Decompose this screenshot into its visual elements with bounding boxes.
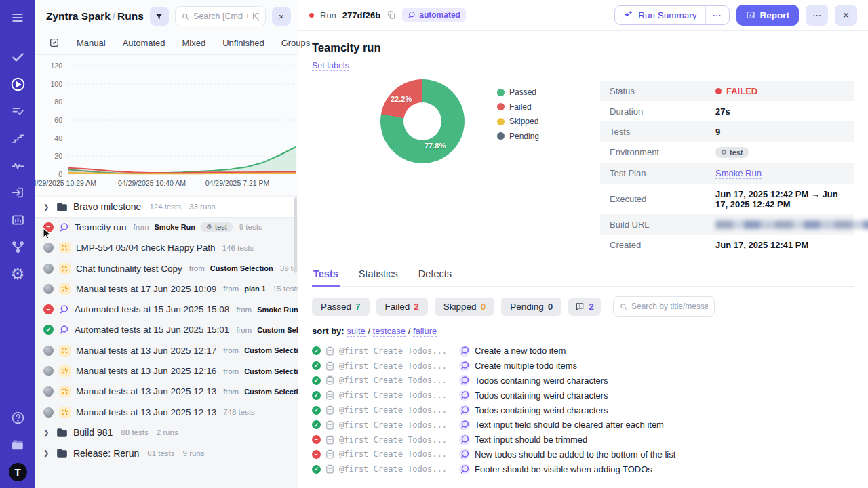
automated-icon — [59, 304, 69, 314]
reports-icon[interactable] — [9, 211, 26, 228]
clipboard-icon — [326, 420, 334, 430]
donut-failed-label: 22.2% — [391, 95, 412, 103]
group-tests-count: 124 tests — [149, 203, 181, 211]
test-row[interactable]: ✓@first Create Todos...Create multiple t… — [312, 359, 854, 373]
status-passed-icon: ✓ — [43, 325, 54, 335]
test-row[interactable]: ✓@first Create Todos...Todos containing … — [312, 388, 854, 403]
test-row[interactable]: −@first Create Todos...Text input should… — [312, 432, 854, 447]
menu-icon[interactable] — [9, 9, 26, 26]
tab-defects[interactable]: Defects — [417, 268, 453, 286]
tab-unfinished[interactable]: Unfinished — [222, 38, 264, 48]
field-label: Duration — [610, 106, 715, 117]
run-row[interactable]: Manual tests at 17 Jun 2025 10:09frompla… — [35, 279, 298, 299]
runs-icon[interactable] — [9, 75, 26, 93]
branches-icon[interactable] — [9, 238, 26, 256]
tab-tests[interactable]: Tests — [312, 268, 340, 287]
run-row[interactable]: Manual tests at 13 Jun 2025 12:13748 tes… — [35, 402, 298, 422]
group-tests-count: 61 tests — [147, 449, 174, 458]
run-group-row[interactable]: ❯Build 98188 tests2 runs — [35, 422, 298, 443]
panel-close-button[interactable]: × — [272, 7, 291, 26]
status-passed-icon: ✓ — [312, 465, 321, 474]
run-summary-more-button[interactable]: ⋯ — [705, 6, 729, 24]
tests-search[interactable] — [613, 296, 715, 317]
folder-icon — [56, 448, 68, 458]
run-row[interactable]: Manual tests at 13 Jun 2025 12:17fromCus… — [35, 340, 298, 361]
run-row[interactable]: −Teamcity runfromSmoke Run⚙test9 tests — [35, 217, 298, 237]
report-button[interactable]: Report — [736, 5, 800, 26]
scrollbar-thumb[interactable] — [294, 197, 297, 273]
sparkles-icon — [623, 10, 633, 20]
chip-failed[interactable]: Failed2 — [376, 298, 428, 316]
run-group-row[interactable]: ❯Release: Rerun61 tests9 runs — [35, 443, 298, 464]
tab-statistics[interactable]: Statistics — [357, 268, 399, 286]
sort-failure-link[interactable]: failure — [413, 326, 437, 337]
test-plans-icon[interactable] — [9, 102, 26, 120]
run-row[interactable]: Chat functinality test CopyfromCustom Se… — [35, 258, 298, 279]
sort-testcase-link[interactable]: testcase — [373, 326, 406, 337]
field-value — [715, 220, 868, 229]
milestones-icon[interactable] — [9, 129, 26, 147]
legend-dot — [497, 89, 505, 96]
close-run-button[interactable]: ✕ — [835, 5, 857, 26]
run-group-row[interactable]: ❯Bravo milestone124 tests33 runs — [35, 197, 298, 217]
help-icon[interactable] — [9, 409, 26, 426]
tab-manual[interactable]: Manual — [77, 38, 106, 48]
test-title: Todos containing weird characters — [475, 390, 608, 401]
field-label: Executed — [610, 194, 715, 204]
test-row[interactable]: ✓@first Create Todos...Footer should be … — [312, 462, 854, 476]
chevron-right-icon[interactable]: ❯ — [43, 203, 51, 211]
test-title: Create multiple todo items — [475, 361, 577, 371]
tests-icon[interactable] — [9, 48, 26, 66]
run-tests-count: 15 tests — [273, 285, 298, 293]
legend-item[interactable]: Passed — [497, 87, 539, 97]
runs-search-input[interactable] — [193, 12, 259, 21]
test-row[interactable]: ✓@first Create Todos...Todos containing … — [312, 373, 854, 388]
runs-search[interactable] — [175, 6, 266, 26]
sort-suite-link[interactable]: suite — [347, 326, 365, 337]
app-logo[interactable]: T — [9, 463, 27, 481]
run-row[interactable]: LMP-554 05/04 check Happy Path146 tests — [35, 238, 298, 258]
run-plan-name: Custom Selection — [210, 264, 273, 272]
clipboard-icon — [326, 449, 334, 459]
automated-icon — [460, 464, 470, 474]
settings-icon[interactable]: ⚙ — [9, 265, 26, 283]
chevron-right-icon[interactable]: ❯ — [43, 449, 51, 457]
test-row[interactable]: ✓@first Create Todos...Text input field … — [312, 418, 854, 432]
chip-pending[interactable]: Pending0 — [501, 298, 561, 316]
more-actions-button[interactable]: ⋯ — [806, 5, 828, 26]
projects-icon[interactable] — [9, 436, 26, 453]
test-plan-link[interactable]: Smoke Run — [715, 168, 762, 179]
run-summary-button[interactable]: Run Summary — [615, 6, 705, 24]
chip-passed[interactable]: Passed7 — [312, 298, 370, 316]
pulse-icon[interactable] — [9, 157, 26, 174]
test-row[interactable]: ✓@first Create Todos...Todos containing … — [312, 403, 854, 418]
copy-run-id-button[interactable] — [387, 10, 396, 20]
select-all-icon[interactable] — [49, 37, 60, 48]
field-label: Tests — [610, 127, 715, 137]
tab-automated[interactable]: Automated — [123, 38, 165, 48]
test-title: Text input should be trimmed — [475, 434, 587, 445]
import-icon[interactable] — [9, 184, 26, 201]
filter-button[interactable] — [150, 7, 169, 26]
set-labels-link[interactable]: Set labels — [312, 61, 349, 71]
legend-item[interactable]: Skipped — [497, 117, 539, 126]
run-row[interactable]: Manual tests at 13 Jun 2025 12:16fromCus… — [35, 361, 298, 381]
chevron-right-icon[interactable]: ❯ — [43, 429, 51, 436]
tests-search-input[interactable] — [631, 302, 708, 311]
run-row[interactable]: ✓Automated tests at 15 Jun 2025 15:01fro… — [35, 320, 298, 340]
status-passed-icon: ✓ — [312, 346, 321, 355]
chip-comments[interactable]: 2 — [568, 298, 601, 316]
run-row[interactable]: Manual tests at 13 Jun 2025 12:13fromCus… — [35, 382, 298, 402]
report-chart-icon — [746, 10, 755, 20]
chip-skipped[interactable]: Skipped0 — [435, 298, 494, 316]
run-row[interactable]: −Automated tests at 15 Jun 2025 15:08fro… — [35, 299, 298, 319]
legend-item[interactable]: Pending — [497, 131, 539, 141]
breadcrumb-project[interactable]: Zyntra Spark — [46, 10, 111, 22]
test-row[interactable]: ✓@first Create Todos...Create a new todo… — [312, 344, 854, 359]
tab-groups[interactable]: Groups — [281, 38, 311, 48]
test-suite: @first Create Todos... — [339, 449, 454, 459]
legend-item[interactable]: Failed — [497, 102, 539, 112]
test-row[interactable]: −@first Create Todos...New todos should … — [312, 447, 854, 462]
environment-badge: ⚙test — [715, 147, 749, 158]
tab-mixed[interactable]: Mixed — [182, 38, 206, 48]
